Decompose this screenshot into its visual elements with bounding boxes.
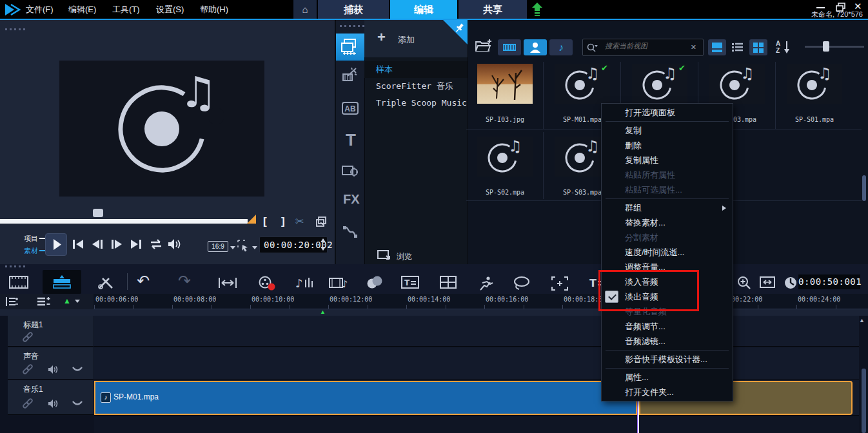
go-start-button[interactable]: [72, 239, 84, 249]
view-grid-button[interactable]: [749, 39, 767, 55]
thumbnail-audio[interactable]: ♫: [787, 64, 842, 104]
view-thumbnail-button[interactable]: [708, 39, 726, 55]
music-track-header[interactable]: 音乐1: [8, 380, 94, 415]
category-samples[interactable]: 样本: [364, 61, 468, 78]
repeat-button[interactable]: [148, 238, 164, 250]
clear-search-icon[interactable]: ✕: [691, 43, 696, 52]
voice-track-lane[interactable]: [94, 347, 859, 380]
menu-item-audio-filter[interactable]: 音频滤镜...: [602, 334, 733, 349]
minimize-button[interactable]: [816, 7, 825, 8]
voice-track-header[interactable]: 声音: [8, 347, 94, 380]
menu-item-fade-in-audio[interactable]: 淡入音频: [602, 274, 733, 289]
home-tab[interactable]: ⌂: [293, 0, 317, 19]
fade-icon[interactable]: [72, 366, 83, 372]
browse-label[interactable]: 浏览: [397, 251, 412, 262]
title-track-header[interactable]: 标题1: [8, 316, 94, 347]
tools-button[interactable]: [97, 276, 115, 290]
mask-creator-button[interactable]: [513, 276, 531, 291]
play-button[interactable]: [45, 233, 67, 256]
thumbnail-image[interactable]: [477, 64, 533, 104]
menu-settings[interactable]: 设置(S): [156, 0, 184, 19]
thumbnail-size-slider[interactable]: [805, 46, 864, 48]
music-clip-selected[interactable]: ♪ SP-M01.mpa: [94, 381, 637, 415]
menu-item-open-folder[interactable]: 打开文件夹...: [602, 385, 733, 399]
mute-speaker-icon[interactable]: [48, 399, 59, 409]
menu-item-copy-attributes[interactable]: 复制属性: [602, 153, 733, 168]
menu-item-fade-out-audio[interactable]: 淡出音频: [602, 289, 733, 304]
menu-item-open-options-panel[interactable]: 打开选项面板: [602, 105, 733, 120]
sidebar-transition-button[interactable]: AB: [342, 102, 359, 115]
library-scrollbar[interactable]: [862, 175, 866, 201]
sidebar-title-button[interactable]: T: [346, 130, 356, 150]
aspect-ratio-selector[interactable]: 16:9: [208, 241, 228, 252]
playback-mode-switch[interactable]: 项目 素材: [19, 234, 45, 256]
sidebar-instant-project-button[interactable]: [342, 67, 358, 82]
sidebar-media-button[interactable]: [336, 34, 364, 61]
search-input[interactable]: [604, 41, 684, 50]
zoom-in-button[interactable]: [737, 276, 751, 290]
mute-speaker-icon[interactable]: [48, 365, 59, 374]
menu-item-properties[interactable]: 属性...: [602, 370, 733, 385]
fade-icon[interactable]: [72, 400, 83, 407]
timeline-scrollbar[interactable]: [862, 369, 866, 433]
media-cell[interactable]: SP-I03.jpg: [466, 62, 544, 129]
upload-arrow-icon[interactable]: [531, 2, 543, 17]
selection-tool-icon[interactable]: [237, 240, 250, 253]
thumbnail-audio[interactable]: ♫ ✔: [632, 64, 687, 104]
go-end-button[interactable]: [130, 239, 142, 249]
filter-photo-button[interactable]: [524, 39, 547, 55]
split-screen-button[interactable]: [440, 276, 457, 289]
3d-title-button[interactable]: [551, 276, 569, 291]
media-cell[interactable]: ♫ SP-S02.mpa: [466, 132, 544, 199]
filter-video-button[interactable]: [498, 39, 521, 55]
menu-item-audio-adjust[interactable]: 音频调节...: [602, 319, 733, 334]
seek-handle[interactable]: [93, 209, 103, 217]
enlarge-preview-icon[interactable]: [316, 216, 327, 227]
timecode-stepper[interactable]: [320, 238, 326, 252]
menu-item-adjust-volume[interactable]: 调整音量...: [602, 260, 733, 274]
menu-item-speed-timelapse[interactable]: 速度/时间流逝...: [602, 245, 733, 260]
title-track-lane[interactable]: [94, 316, 859, 347]
split-clip-scissors-icon[interactable]: ✂: [295, 215, 304, 227]
menu-item-replace-clip[interactable]: 替换素材...: [602, 215, 733, 230]
thumbnail-audio[interactable]: ♫ ✔: [555, 64, 610, 104]
panel-drag-handle[interactable]: [5, 28, 27, 30]
link-icon[interactable]: [22, 331, 34, 343]
sidebar-motion-path-button[interactable]: [342, 224, 358, 240]
category-triple-scoop[interactable]: Triple Scoop Music: [364, 95, 468, 111]
cue-strip[interactable]: [0, 309, 868, 316]
slider-handle[interactable]: [823, 41, 829, 52]
mark-out-button[interactable]: ]: [281, 215, 285, 228]
link-icon[interactable]: [22, 363, 34, 375]
category-scorefitter[interactable]: ScoreFitter 音乐: [364, 78, 468, 95]
sound-mixer-button[interactable]: ♪: [295, 276, 315, 291]
import-media-button[interactable]: [475, 39, 491, 53]
timeline-drag-handle[interactable]: [5, 265, 27, 267]
menu-help[interactable]: 帮助(H): [200, 0, 228, 19]
view-list-button[interactable]: [729, 39, 747, 55]
next-frame-button[interactable]: [111, 239, 123, 249]
library-drag-handle[interactable]: [340, 25, 367, 27]
menu-item-delete[interactable]: 删除: [602, 138, 733, 153]
thumbnail-audio[interactable]: ♫: [709, 64, 765, 104]
record-capture-button[interactable]: [258, 276, 276, 291]
redo-button[interactable]: ↷: [178, 272, 191, 290]
motion-tracking-button[interactable]: [477, 276, 497, 291]
sort-button[interactable]: AZ: [776, 39, 791, 56]
media-cell[interactable]: ♫ SP-S01.mpa: [776, 62, 853, 129]
thumbnail-audio[interactable]: ♫: [477, 137, 533, 177]
add-track-button[interactable]: [36, 296, 52, 307]
auto-music-button[interactable]: ♪: [329, 276, 348, 291]
tab-share[interactable]: 共享: [459, 0, 527, 19]
prev-frame-button[interactable]: [92, 239, 103, 249]
empty-track-lane[interactable]: [94, 416, 859, 433]
menu-item-group[interactable]: 群组: [602, 200, 733, 215]
preview-timecode[interactable]: 00:00:20:002: [259, 236, 328, 253]
search-box[interactable]: ✕: [582, 39, 704, 56]
undo-button[interactable]: ↶: [137, 272, 150, 290]
seek-bar[interactable]: [0, 219, 248, 224]
subtitle-editor-button[interactable]: T: [401, 276, 420, 290]
menu-file[interactable]: 文件(F): [26, 0, 54, 19]
browse-icon[interactable]: [377, 250, 391, 261]
transition-button[interactable]: [365, 276, 384, 290]
